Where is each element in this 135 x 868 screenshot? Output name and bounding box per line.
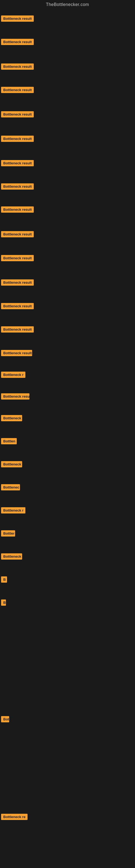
bottleneck-label[interactable]: Bottleneck result <box>1 350 32 356</box>
bottleneck-row: Bottleneck result <box>1 255 34 262</box>
bottleneck-label[interactable]: Bottleneck result <box>1 326 34 333</box>
bottleneck-label[interactable]: Bot <box>1 716 9 722</box>
bottleneck-label[interactable]: Bottleneck r <box>1 372 26 378</box>
bottleneck-label[interactable]: Bottlenec <box>1 484 20 490</box>
bottleneck-label[interactable]: Bottleneck result <box>1 231 34 237</box>
bottleneck-label[interactable]: Bottleneck result <box>1 183 34 190</box>
bottleneck-label[interactable]: Bottleneck result <box>1 87 34 93</box>
bottleneck-label[interactable]: Bottlen <box>1 438 17 444</box>
bottleneck-label[interactable]: Bottleneck result <box>1 39 34 45</box>
bottleneck-row: Bottleneck result <box>1 160 34 167</box>
bottleneck-row: Bottleneck r <box>1 372 26 379</box>
bottleneck-row: Bot <box>1 716 9 723</box>
bottleneck-row: Bottleneck result <box>1 303 34 310</box>
bottleneck-row: Bottler <box>1 530 15 538</box>
bottleneck-row: Bottleneck result <box>1 135 34 143</box>
bottleneck-row: Bottleneck result <box>1 16 34 23</box>
bottleneck-label[interactable]: Bottler <box>1 530 15 536</box>
bottleneck-row: B <box>1 577 7 584</box>
bottleneck-label[interactable]: Bottleneck resu <box>1 393 30 400</box>
bottleneck-row: Bottleneck result <box>1 350 32 357</box>
bottleneck-label[interactable]: Bottleneck result <box>1 63 34 70</box>
bottleneck-row: Bottleneck result <box>1 231 34 239</box>
bottleneck-label[interactable]: Bottleneck result <box>1 111 34 118</box>
bottleneck-row: Bottlenec <box>1 484 20 492</box>
bottleneck-label[interactable]: Bottleneck result <box>1 255 34 261</box>
bottleneck-row: Bottleneck r <box>1 507 26 515</box>
bottleneck-label[interactable]: Bottleneck result <box>1 16 34 22</box>
site-title: TheBottlenecker.com <box>0 0 135 9</box>
bottleneck-row: Bottleneck <box>1 553 22 561</box>
bottleneck-label[interactable]: Bottleneck result <box>1 303 34 309</box>
bottleneck-label[interactable]: Bottleneck <box>1 415 22 421</box>
bottleneck-label[interactable]: Bottleneck re <box>1 814 28 820</box>
bottleneck-row: Bottleneck <box>1 461 22 468</box>
bottleneck-label[interactable]: Bottleneck result <box>1 207 34 213</box>
bottleneck-row: Bottleneck result <box>1 183 34 191</box>
bottleneck-row: Bottleneck result <box>1 63 34 71</box>
bottleneck-row: Bottlen <box>1 438 17 445</box>
bottleneck-row: Bottleneck result <box>1 207 34 214</box>
bottleneck-row: Bottleneck result <box>1 279 34 287</box>
bottleneck-label[interactable]: Bottleneck <box>1 553 22 560</box>
bottleneck-row: Bottleneck <box>1 415 22 422</box>
bottleneck-label[interactable]: Bottleneck r <box>1 507 26 514</box>
bottleneck-row: Bottleneck result <box>1 111 34 119</box>
page-wrapper: TheBottlenecker.com Bottleneck resultBot… <box>0 0 135 9</box>
bottleneck-row: Bottleneck re <box>1 814 28 821</box>
bottleneck-label[interactable]: B <box>1 577 7 583</box>
bottleneck-row: Bottleneck result <box>1 87 34 94</box>
bottleneck-label[interactable]: B <box>1 599 6 606</box>
bottleneck-row: Bottleneck resu <box>1 393 30 401</box>
bottleneck-row: Bottleneck result <box>1 39 34 46</box>
bottleneck-label[interactable]: Bottleneck result <box>1 279 34 286</box>
bottleneck-row: B <box>1 599 6 607</box>
bottleneck-label[interactable]: Bottleneck <box>1 461 22 467</box>
bottleneck-row: Bottleneck result <box>1 326 34 334</box>
bottleneck-label[interactable]: Bottleneck result <box>1 135 34 142</box>
bottleneck-label[interactable]: Bottleneck result <box>1 160 34 166</box>
